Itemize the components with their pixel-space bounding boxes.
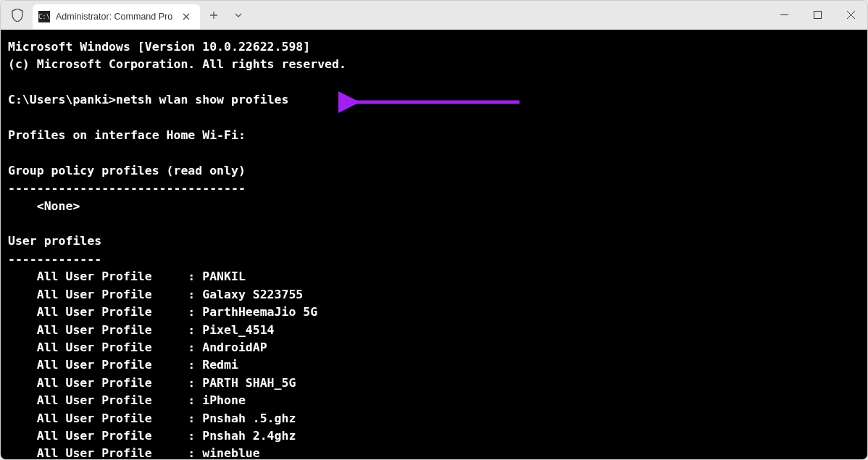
tab-dropdown-button[interactable] (228, 4, 249, 26)
terminal-icon: C:\ (38, 11, 50, 22)
maximize-button[interactable] (801, 1, 834, 28)
tab-title: Administrator: Command Pro (56, 12, 172, 22)
banner-line: Microsoft Windows [Version 10.0.22622.59… (8, 40, 310, 54)
profile-list: All User Profile : PANKIL All User Profi… (8, 269, 317, 459)
command: netsh wlan show profiles (116, 93, 288, 106)
close-window-button[interactable] (834, 1, 867, 28)
titlebar: C:\ Administrator: Command Pro (1, 1, 867, 30)
new-tab-button[interactable] (203, 4, 225, 26)
window-controls (767, 1, 867, 28)
close-tab-button[interactable] (180, 10, 193, 23)
prompt: C:\Users\panki> (8, 93, 116, 106)
tab-active[interactable]: C:\ Administrator: Command Pro (33, 4, 200, 29)
section-heading: User profiles (8, 234, 101, 248)
minimize-button[interactable] (767, 1, 801, 28)
svg-rect-0 (814, 11, 821, 18)
group-none: <None> (8, 199, 80, 213)
section-heading: Group policy profiles (read only) (8, 164, 246, 177)
divider: ------------- (8, 252, 101, 266)
banner-line: (c) Microsoft Corporation. All rights re… (8, 57, 346, 71)
divider: --------------------------------- (8, 181, 246, 195)
terminal-output[interactable]: Microsoft Windows [Version 10.0.22622.59… (1, 30, 867, 459)
shield-icon (11, 9, 24, 22)
section-heading: Profiles on interface Home Wi-Fi: (8, 128, 246, 142)
